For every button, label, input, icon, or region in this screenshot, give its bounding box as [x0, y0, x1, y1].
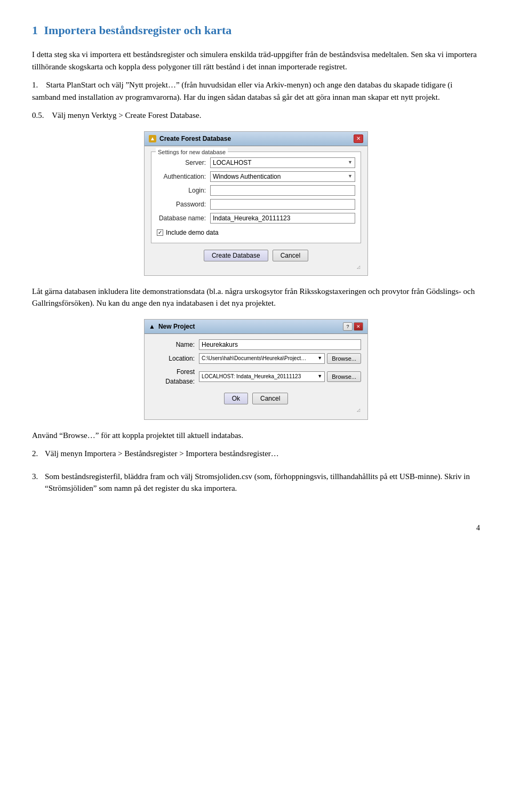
- dialog1-group-box: Settings for new database Server: LOCALH…: [151, 152, 361, 243]
- dialog2-icon: ▲: [149, 322, 155, 331]
- auth-row: Authentication: Windows Authentication ▼: [157, 171, 355, 182]
- login-input[interactable]: [210, 185, 355, 196]
- forest-arrow: ▼: [317, 373, 322, 380]
- location-select-wrap: C:\Users\hah\Documents\Heureka\Projects\…: [199, 353, 361, 364]
- password-input[interactable]: [210, 199, 355, 210]
- dialog1-buttons: Create Database Cancel: [151, 250, 361, 264]
- server-row: Server: LOCALHOST ▼: [157, 157, 355, 168]
- resize-icon: ◿: [357, 264, 360, 270]
- dialog1-title-text: Create Forest Database: [159, 134, 231, 144]
- name-input[interactable]: [199, 339, 361, 350]
- heading-title: Importera beståndsregister och karta: [44, 23, 232, 37]
- location-value: C:\Users\hah\Documents\Heureka\Projects\…: [202, 354, 308, 362]
- dbname-label: Database name:: [157, 213, 210, 223]
- dialog2-title-text: New Project: [158, 322, 195, 331]
- dialog2-title-left: ▲ New Project: [149, 322, 195, 331]
- dialog1-content: Settings for new database Server: LOCALH…: [145, 146, 367, 275]
- dialog1-resize-handle: ◿: [151, 264, 361, 271]
- checkbox-row: ✓ Include demo data: [157, 228, 355, 237]
- auth-label: Authentication:: [157, 172, 210, 181]
- location-select[interactable]: C:\Users\hah\Documents\Heureka\Projects\…: [199, 353, 325, 364]
- password-row: Password:: [157, 199, 355, 210]
- new-project-dialog: ▲ New Project ? ✕ Name: Location: C:\Use…: [144, 319, 368, 420]
- forest-select-wrap: LOCALHOST: Indata_Heureka_20111123 ▼ Bro…: [199, 371, 361, 382]
- auth-select[interactable]: Windows Authentication ▼: [210, 171, 355, 182]
- checkbox-label: Include demo data: [166, 228, 219, 237]
- resize-icon-2: ◿: [357, 407, 360, 413]
- step3-item: 3. Som beståndsregisterfil, bläddra fram…: [32, 471, 480, 501]
- step05-label: 0.5. Välj menyn Verktyg > Create Forest …: [32, 109, 480, 122]
- dialog1-icon: ▲: [149, 135, 156, 142]
- server-label: Server:: [157, 158, 210, 168]
- server-dropdown-arrow: ▼: [348, 159, 353, 166]
- dialog2-titlebar: ▲ New Project ? ✕: [145, 320, 367, 334]
- dialog2-resize-handle: ◿: [151, 407, 361, 414]
- page-number: 4: [32, 522, 480, 534]
- dialog1-group-label: Settings for new database: [156, 148, 228, 157]
- dialog1-cancel-button[interactable]: Cancel: [273, 250, 308, 261]
- dialog2-question-button[interactable]: ?: [343, 322, 353, 331]
- dialog1-title-left: ▲ Create Forest Database: [149, 134, 231, 144]
- create-forest-database-dialog: ▲ Create Forest Database ✕ Settings for …: [144, 131, 368, 276]
- location-row: Location: C:\Users\hah\Documents\Heureka…: [151, 353, 361, 364]
- login-row: Login:: [157, 185, 355, 196]
- after-dialog1-paragraph: Låt gärna databasen inkludera lite demon…: [32, 285, 480, 309]
- dialog2-titlebar-icons: ? ✕: [343, 322, 363, 331]
- location-browse-button[interactable]: Browse...: [327, 353, 361, 364]
- dbname-input[interactable]: [210, 213, 355, 224]
- login-label: Login:: [157, 186, 210, 195]
- name-label: Name:: [151, 340, 199, 349]
- location-arrow: ▼: [317, 355, 322, 362]
- step1-paragraph: 1. Starta PlanStart och välj ”Nytt proje…: [32, 79, 480, 103]
- dialog1-close-button[interactable]: ✕: [354, 134, 363, 143]
- step2-text: Välj menyn Importera > Beståndsregister …: [45, 448, 279, 460]
- forest-row: Forest Database: LOCALHOST: Indata_Heure…: [151, 367, 361, 386]
- location-label: Location:: [151, 354, 199, 363]
- dialog2-content: Name: Location: C:\Users\hah\Documents\H…: [145, 334, 367, 419]
- server-value: LOCALHOST: [213, 158, 252, 168]
- password-label: Password:: [157, 200, 210, 209]
- dialog2-buttons: Ok Cancel: [151, 393, 361, 407]
- forest-browse-button[interactable]: Browse...: [327, 371, 361, 382]
- auth-dropdown-arrow: ▼: [348, 173, 353, 180]
- page-heading: 1 Importera beståndsregister och karta: [32, 21, 480, 39]
- include-demo-checkbox[interactable]: ✓: [157, 229, 163, 236]
- step3-number: 3.: [32, 471, 42, 501]
- name-row: Name:: [151, 339, 361, 350]
- ok-button[interactable]: Ok: [224, 393, 248, 404]
- forest-value: LOCALHOST: Indata_Heureka_20111123: [202, 372, 301, 380]
- forest-label: Forest Database:: [151, 367, 199, 386]
- auth-value: Windows Authentication: [213, 172, 281, 181]
- dialog2-cancel-button[interactable]: Cancel: [252, 393, 288, 404]
- step3-text: Som beståndsregisterfil, bläddra fram oc…: [45, 471, 480, 495]
- dialog1-titlebar: ▲ Create Forest Database ✕: [145, 132, 367, 146]
- dbname-row: Database name:: [157, 213, 355, 224]
- step2-number: 2.: [32, 448, 42, 466]
- dialog2-close-button[interactable]: ✕: [354, 322, 363, 331]
- server-select[interactable]: LOCALHOST ▼: [210, 157, 355, 168]
- heading-number: 1: [32, 23, 38, 37]
- new-project-dialog-wrapper: ▲ New Project ? ✕ Name: Location: C:\Use…: [32, 319, 480, 420]
- create-database-button[interactable]: Create Database: [204, 250, 268, 261]
- after-dialog2-paragraph: Använd “Browse…” för att koppla projekte…: [32, 429, 480, 442]
- forest-select[interactable]: LOCALHOST: Indata_Heureka_20111123 ▼: [199, 371, 325, 382]
- create-forest-database-dialog-wrapper: ▲ Create Forest Database ✕ Settings for …: [32, 131, 480, 276]
- step2-item: 2. Välj menyn Importera > Beståndsregist…: [32, 448, 480, 466]
- intro-paragraph: I detta steg ska vi importera ett bestån…: [32, 49, 480, 73]
